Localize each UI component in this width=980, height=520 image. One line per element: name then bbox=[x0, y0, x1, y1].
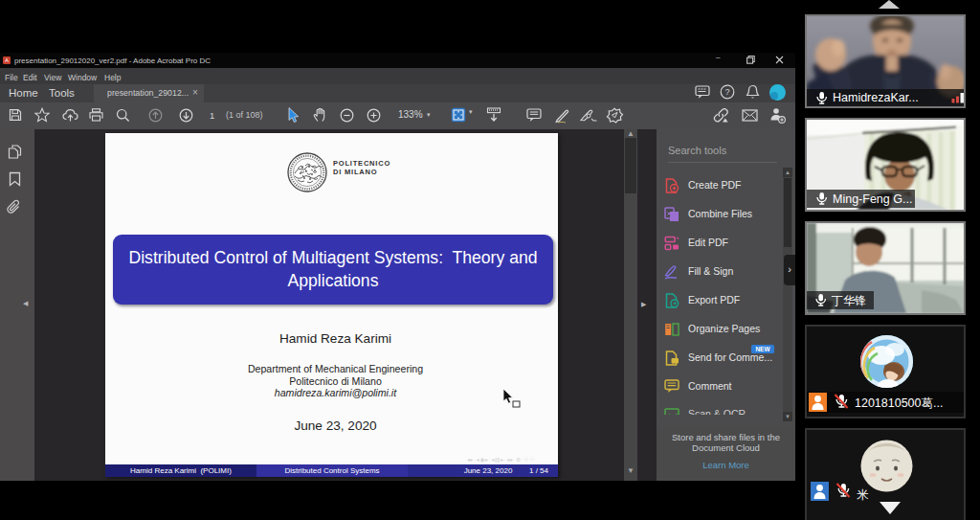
svg-text:米: 米 bbox=[857, 488, 869, 502]
svg-text:A: A bbox=[5, 57, 9, 63]
svg-text:?: ? bbox=[724, 87, 729, 97]
svg-text:1201810500葛...: 1201810500葛... bbox=[855, 396, 943, 410]
svg-text:HamidrezaKar...: HamidrezaKar... bbox=[833, 91, 919, 104]
svg-text:丁华锋: 丁华锋 bbox=[832, 294, 866, 307]
svg-text:Ming-Feng G...: Ming-Feng G... bbox=[833, 192, 912, 206]
